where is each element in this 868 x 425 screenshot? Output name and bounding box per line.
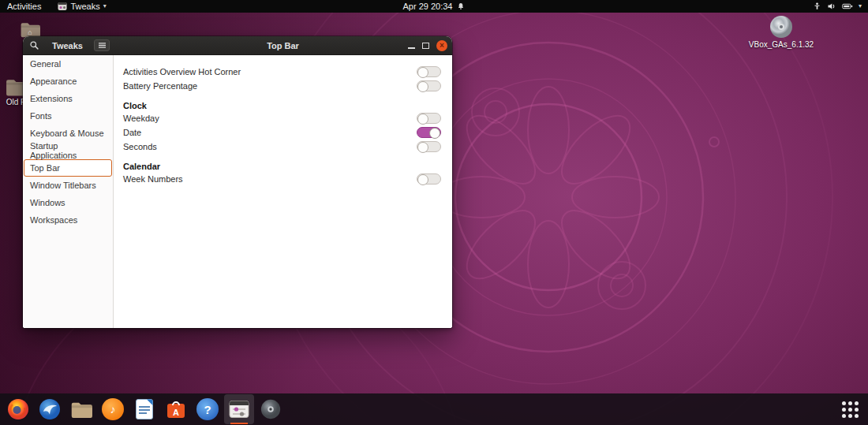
dock: ♪ A ? bbox=[0, 393, 868, 425]
sidebar-item-fonts[interactable]: Fonts bbox=[24, 107, 112, 125]
system-menu-button[interactable]: ▾ bbox=[806, 0, 868, 13]
top-bar: Activities Tweaks ▾ Apr 29 20:34 bbox=[0, 0, 868, 13]
setting-label: Activities Overview Hot Corner bbox=[123, 67, 241, 76]
dock-item-files[interactable] bbox=[66, 394, 96, 424]
tweaks-window: Tweaks Top Bar × bbox=[23, 36, 452, 328]
section-header-clock: Clock bbox=[123, 99, 441, 111]
dock-item-rhythmbox[interactable]: ♪ bbox=[98, 394, 128, 424]
sidebar-item-label: Appearance bbox=[30, 76, 77, 86]
toggle-weekday[interactable] bbox=[417, 113, 441, 124]
desktop-icon-vbox-cd[interactable]: VBox_GAs_6.1.32 bbox=[734, 15, 829, 49]
tweaks-app-icon bbox=[58, 2, 67, 11]
desktop: ⌂ Old Fi VBox_GAs_6.1.32 Activities bbox=[0, 0, 868, 425]
toggle-date[interactable] bbox=[417, 127, 441, 138]
svg-text:A: A bbox=[173, 408, 179, 417]
section-header-calendar: Calendar bbox=[123, 160, 441, 172]
sidebar-item-workspaces[interactable]: Workspaces bbox=[24, 211, 112, 229]
close-button[interactable]: × bbox=[436, 40, 447, 51]
headerbar-left: Tweaks bbox=[23, 36, 114, 54]
headerbar[interactable]: Tweaks Top Bar × bbox=[23, 36, 452, 55]
setting-row: Weekday bbox=[123, 111, 441, 125]
sidebar-item-label: Top Bar bbox=[30, 163, 60, 173]
home-folder-icon: ⌂ bbox=[20, 21, 40, 38]
sidebar-item-startup-applications[interactable]: Startup Applications bbox=[24, 142, 112, 159]
sidebar-item-label: Window Titlebars bbox=[30, 181, 96, 190]
app-menu-label: Tweaks bbox=[70, 2, 99, 11]
rhythmbox-icon: ♪ bbox=[102, 398, 124, 420]
clock-menu-button[interactable]: Apr 29 20:34 bbox=[403, 0, 466, 13]
minimize-button[interactable] bbox=[408, 47, 415, 49]
sidebar-item-window-titlebars[interactable]: Window Titlebars bbox=[24, 177, 112, 194]
desktop-icon-home[interactable]: ⌂ bbox=[20, 21, 40, 38]
window-controls: × bbox=[408, 36, 447, 54]
sidebar-item-appearance[interactable]: Appearance bbox=[24, 73, 112, 90]
clock-label: Apr 29 20:34 bbox=[403, 2, 453, 11]
activities-label: Activities bbox=[7, 2, 41, 11]
setting-row: Date bbox=[123, 125, 441, 140]
toggle-week-numbers[interactable] bbox=[417, 173, 441, 185]
dock-item-help[interactable]: ? bbox=[193, 394, 223, 424]
search-button[interactable] bbox=[27, 39, 41, 52]
sidebar-item-keyboard-mouse[interactable]: Keyboard & Mouse bbox=[24, 125, 112, 142]
cd-disc-icon bbox=[769, 15, 793, 39]
setting-label: Seconds bbox=[123, 142, 157, 151]
dock-item-ubuntu-software[interactable]: A bbox=[161, 394, 191, 424]
show-applications-icon bbox=[842, 401, 859, 418]
dock-item-libreoffice-writer[interactable] bbox=[129, 394, 159, 424]
libreoffice-writer-icon bbox=[134, 398, 155, 420]
dock-item-firefox[interactable] bbox=[3, 394, 33, 424]
sidebar-item-extensions[interactable]: Extensions bbox=[24, 90, 112, 107]
dock-item-thunderbird[interactable] bbox=[35, 394, 65, 424]
setting-label: Weekday bbox=[123, 114, 159, 123]
help-icon: ? bbox=[196, 398, 219, 420]
battery-icon bbox=[842, 2, 853, 10]
primary-menu-button[interactable] bbox=[94, 39, 110, 51]
sidebar-item-general[interactable]: General bbox=[24, 55, 112, 73]
svg-text:⌂: ⌂ bbox=[28, 28, 32, 36]
dock-item-tweaks[interactable] bbox=[224, 394, 254, 424]
cd-disc-icon bbox=[260, 398, 282, 420]
setting-row: Battery Percentage bbox=[123, 79, 441, 93]
setting-label: Date bbox=[123, 128, 141, 137]
app-menu-button[interactable]: Tweaks ▾ bbox=[58, 0, 106, 13]
volume-icon bbox=[827, 2, 836, 11]
firefox-icon bbox=[7, 398, 29, 420]
tweaks-icon bbox=[228, 398, 250, 420]
window-body: General Appearance Extensions Fonts Keyb… bbox=[23, 55, 452, 328]
desktop-icon-label: VBox_GAs_6.1.32 bbox=[749, 40, 814, 49]
hamburger-icon bbox=[98, 42, 107, 49]
bell-icon bbox=[457, 2, 466, 11]
sidebar-item-label: Windows bbox=[30, 198, 65, 207]
chevron-down-icon: ▾ bbox=[103, 3, 107, 9]
window-title: Tweaks bbox=[41, 41, 94, 50]
settings-panel: Activities Overview Hot Corner Battery P… bbox=[114, 55, 452, 328]
setting-row: Activities Overview Hot Corner bbox=[123, 65, 441, 79]
dock-item-cd-disc[interactable] bbox=[256, 394, 286, 424]
maximize-button[interactable] bbox=[422, 43, 429, 49]
toggle-activities-overview-hot-corner[interactable] bbox=[417, 66, 441, 77]
toggle-battery-percentage[interactable] bbox=[417, 80, 441, 91]
chevron-down-icon: ▾ bbox=[859, 3, 862, 9]
ubuntu-software-icon: A bbox=[165, 398, 187, 420]
activities-button[interactable]: Activities bbox=[0, 0, 48, 13]
sidebar-item-label: Extensions bbox=[30, 94, 73, 103]
files-icon bbox=[70, 400, 92, 419]
sidebar: General Appearance Extensions Fonts Keyb… bbox=[23, 55, 114, 328]
accessibility-icon bbox=[813, 2, 821, 11]
setting-label: Week Numbers bbox=[123, 174, 183, 184]
setting-row: Week Numbers bbox=[123, 172, 441, 186]
show-applications-button[interactable] bbox=[835, 394, 865, 424]
sidebar-item-windows[interactable]: Windows bbox=[24, 194, 112, 211]
setting-label: Battery Percentage bbox=[123, 81, 197, 91]
sidebar-item-label: Keyboard & Mouse bbox=[30, 129, 104, 138]
thunderbird-icon bbox=[39, 398, 61, 420]
toggle-seconds[interactable] bbox=[417, 141, 441, 152]
headerbar-right: Top Bar × bbox=[114, 36, 452, 54]
sidebar-item-label: Fonts bbox=[30, 111, 52, 121]
sidebar-item-top-bar[interactable]: Top Bar bbox=[24, 159, 112, 177]
sidebar-item-label: General bbox=[30, 59, 61, 69]
sidebar-item-label: Workspaces bbox=[30, 215, 77, 225]
setting-row: Seconds bbox=[123, 140, 441, 154]
search-icon bbox=[29, 40, 39, 50]
sidebar-item-label: Startup Applications bbox=[30, 141, 106, 160]
